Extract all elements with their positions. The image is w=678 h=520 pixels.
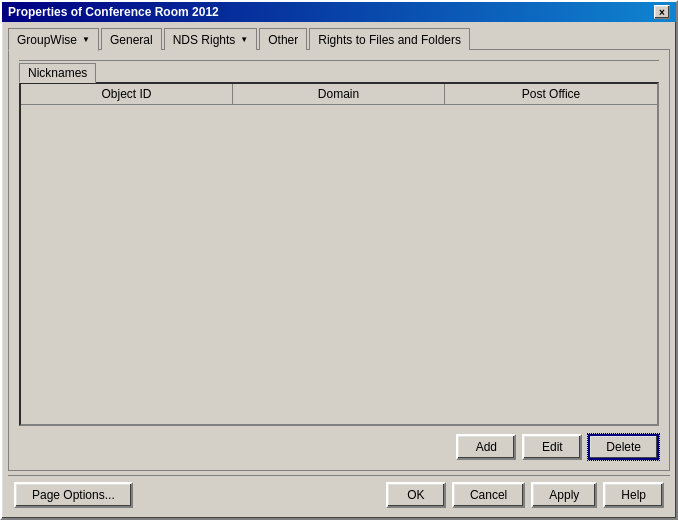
table-body — [21, 105, 657, 419]
tab-groupwise-label: GroupWise — [17, 33, 77, 47]
help-button[interactable]: Help — [603, 482, 664, 508]
cancel-button[interactable]: Cancel — [452, 482, 525, 508]
data-table: Object ID Domain Post Office — [19, 82, 659, 426]
window-body: GroupWise ▼ General NDS Rights ▼ Other R… — [2, 22, 676, 518]
content-area: Nicknames Object ID Domain Post Office A… — [8, 49, 670, 471]
sub-tab-nicknames[interactable]: Nicknames — [19, 63, 96, 83]
tab-other-label: Other — [268, 33, 298, 47]
page-options-button[interactable]: Page Options... — [14, 482, 133, 508]
action-buttons: Add Edit Delete — [19, 434, 659, 460]
tab-other[interactable]: Other — [259, 28, 307, 50]
tab-nds-rights-label: NDS Rights — [173, 33, 236, 47]
column-post-office: Post Office — [445, 84, 657, 104]
tab-nds-rights-arrow: ▼ — [240, 35, 248, 44]
table-header: Object ID Domain Post Office — [21, 84, 657, 105]
window-title: Properties of Conference Room 2012 — [8, 5, 219, 19]
bottom-right-buttons: OK Cancel Apply Help — [386, 482, 664, 508]
close-button[interactable]: × — [654, 5, 670, 19]
tab-groupwise[interactable]: GroupWise ▼ — [8, 28, 99, 51]
apply-button[interactable]: Apply — [531, 482, 597, 508]
column-domain: Domain — [233, 84, 445, 104]
tab-rights-files-label: Rights to Files and Folders — [318, 33, 461, 47]
tab-rights-files[interactable]: Rights to Files and Folders — [309, 28, 470, 50]
add-button[interactable]: Add — [456, 434, 516, 460]
tab-general[interactable]: General — [101, 28, 162, 50]
tab-general-label: General — [110, 33, 153, 47]
edit-button[interactable]: Edit — [522, 434, 582, 460]
tab-groupwise-arrow: ▼ — [82, 35, 90, 44]
title-bar: Properties of Conference Room 2012 × — [2, 2, 676, 22]
main-window: Properties of Conference Room 2012 × Gro… — [0, 0, 678, 520]
delete-button[interactable]: Delete — [588, 434, 659, 460]
tab-nds-rights[interactable]: NDS Rights ▼ — [164, 28, 258, 50]
ok-button[interactable]: OK — [386, 482, 446, 508]
main-tabs: GroupWise ▼ General NDS Rights ▼ Other R… — [8, 28, 670, 50]
sub-tabs: Nicknames — [19, 60, 659, 82]
bottom-bar: Page Options... OK Cancel Apply Help — [8, 475, 670, 512]
column-object-id: Object ID — [21, 84, 233, 104]
sub-tab-nicknames-label: Nicknames — [28, 66, 87, 80]
